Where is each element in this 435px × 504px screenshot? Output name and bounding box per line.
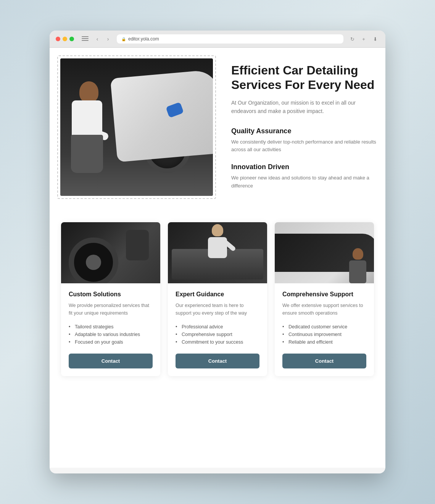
card-2-list: Professional advice Comprehensive suppor… <box>176 323 259 346</box>
list-item: Tailored strategies <box>69 323 153 331</box>
list-item: Adaptable to various industries <box>69 331 153 338</box>
card-1-desc: We provide personalized services that fi… <box>69 302 153 317</box>
card-1-art <box>61 222 160 283</box>
browser-chrome: ‹ › 🔒 editor.yola.com ↻ + ⬇ <box>50 31 385 48</box>
polisher-person <box>349 248 366 283</box>
card-1-body: Custom Solutions We provide personalized… <box>61 283 160 376</box>
card-2-body: Expert Guidance Our experienced team is … <box>168 283 267 376</box>
card-3-desc: We offer extensive support services to e… <box>282 302 366 317</box>
person-head <box>79 81 98 102</box>
sidebar-toggle-icon[interactable] <box>82 36 89 42</box>
list-item: Focused on your goals <box>69 338 153 346</box>
browser-actions: ↻ + ⬇ <box>348 35 379 43</box>
hero-subtitle: At Our Organization, our mission is to e… <box>231 99 378 116</box>
list-item: Comprehensive support <box>176 331 259 338</box>
hero-image-art <box>60 58 213 196</box>
card-2-desc: Our experienced team is here to support … <box>176 302 259 317</box>
feature-innovation: Innovation Driven We pioneer new ideas a… <box>231 163 378 190</box>
card-comprehensive-support: Comprehensive Support We offer extensive… <box>275 222 374 376</box>
hero-text: Efficient Car Detailing Services For Eve… <box>231 55 378 199</box>
card-2-contact-button[interactable]: Contact <box>176 354 259 368</box>
card-1-list: Tailored strategies Adaptable to various… <box>69 323 153 346</box>
car-body-graphic <box>110 69 213 163</box>
person-graphic <box>68 81 121 188</box>
hero-section: Efficient Car Detailing Services For Eve… <box>57 55 378 199</box>
card-3-art <box>275 222 374 283</box>
card-3-list: Dedicated customer service Continuous im… <box>282 323 366 346</box>
hero-image-container <box>57 55 216 199</box>
browser-nav: ‹ › <box>93 35 112 43</box>
cards-section: Custom Solutions We provide personalized… <box>57 222 378 376</box>
list-item: Dedicated customer service <box>282 323 366 331</box>
close-button[interactable] <box>56 37 60 41</box>
list-item: Continuous improvement <box>282 331 366 338</box>
card-custom-solutions: Custom Solutions We provide personalized… <box>61 222 160 376</box>
hero-title: Efficient Car Detailing Services For Eve… <box>231 63 378 92</box>
feature-quality: Quality Assurance We consistently delive… <box>231 127 378 154</box>
list-item: Commitment to your success <box>176 338 259 346</box>
card-1-hand <box>126 230 149 260</box>
mechanic-person <box>208 224 227 258</box>
mech-head <box>212 224 223 236</box>
back-button[interactable]: ‹ <box>93 35 102 43</box>
forward-button[interactable]: › <box>104 35 112 43</box>
traffic-lights <box>56 37 74 41</box>
lock-icon: 🔒 <box>121 37 126 41</box>
address-bar[interactable]: 🔒 editor.yola.com <box>117 34 343 44</box>
person-body <box>72 100 102 139</box>
add-tab-button[interactable]: + <box>359 35 368 43</box>
card-3-title: Comprehensive Support <box>282 291 366 298</box>
page-content: Efficient Car Detailing Services For Eve… <box>50 48 385 468</box>
card-1-title: Custom Solutions <box>69 291 153 298</box>
pol-body <box>349 260 366 283</box>
pol-head <box>353 248 363 260</box>
card-2-image <box>168 222 267 283</box>
maximize-button[interactable] <box>69 37 74 41</box>
card-2-title: Expert Guidance <box>176 291 259 298</box>
card-3-contact-button[interactable]: Contact <box>282 354 366 368</box>
feature-quality-desc: We consistently deliver top-notch perfor… <box>231 138 378 154</box>
feature-innovation-title: Innovation Driven <box>231 163 378 171</box>
browser-window: ‹ › 🔒 editor.yola.com ↻ + ⬇ <box>50 31 385 473</box>
card-3-body: Comprehensive Support We offer extensive… <box>275 283 374 376</box>
card-1-contact-button[interactable]: Contact <box>69 354 153 368</box>
hero-image-border <box>57 55 216 199</box>
card-1-image <box>61 222 160 283</box>
mech-body <box>208 237 227 258</box>
downloads-button[interactable]: ⬇ <box>371 35 379 43</box>
url-text: editor.yola.com <box>128 36 159 42</box>
list-item: Professional advice <box>176 323 259 331</box>
card-expert-guidance: Expert Guidance Our experienced team is … <box>168 222 267 376</box>
hero-image <box>60 58 213 196</box>
person-pants <box>71 135 103 173</box>
share-button[interactable]: ↻ <box>348 35 356 43</box>
card-3-image <box>275 222 374 283</box>
minimize-button[interactable] <box>63 37 67 41</box>
feature-innovation-desc: We pioneer new ideas and solutions to st… <box>231 174 378 190</box>
card-1-tire <box>69 237 118 283</box>
card-2-art <box>168 222 267 283</box>
list-item: Reliable and efficient <box>282 338 366 346</box>
feature-quality-title: Quality Assurance <box>231 127 378 135</box>
